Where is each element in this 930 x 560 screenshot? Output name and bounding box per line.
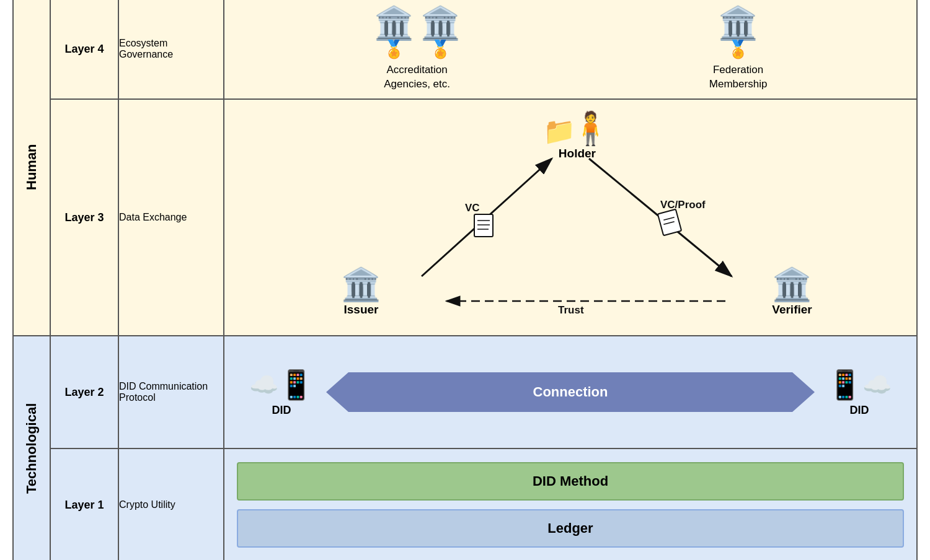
ledger-bar: Ledger bbox=[237, 509, 904, 548]
issuer-label: Issuer bbox=[344, 303, 379, 317]
layer3-content: VC VC/Proof Trust bbox=[224, 99, 917, 336]
phone-icon-right: 📱 bbox=[827, 368, 862, 401]
building-icon-3: 🏛️ bbox=[718, 7, 758, 39]
verifier-building-icon: 🏛️ bbox=[772, 268, 812, 300]
main-diagram-table: Human Layer 4 Ecosystem Governance 🏛️ 🏅 bbox=[12, 0, 918, 560]
federation-label: Federation Membership bbox=[709, 63, 768, 90]
trust-diagram: VC VC/Proof Trust bbox=[291, 112, 849, 323]
connection-arrow: Connection bbox=[314, 372, 827, 412]
layer4-content: 🏛️ 🏅 🏛️ 🏅 Accreditation Agencies, etc. 🏛… bbox=[224, 0, 917, 99]
svg-line-12 bbox=[663, 217, 674, 221]
svg-line-2 bbox=[422, 159, 552, 276]
svg-rect-11 bbox=[658, 209, 681, 236]
did-device-left: ☁️ 📱 DID bbox=[249, 368, 314, 417]
building-icon-2: 🏛️ bbox=[420, 7, 461, 39]
verifier-group: 🏛️ Verifier bbox=[772, 268, 812, 317]
medal-icon-3: 🏅 bbox=[727, 39, 749, 59]
svg-line-3 bbox=[589, 159, 732, 276]
did-device-right: 📱 ☁️ DID bbox=[827, 368, 892, 417]
layer1-label: Layer 1 bbox=[50, 448, 118, 560]
arrow-left-tip bbox=[326, 372, 348, 412]
issuer-group: 🏛️ Issuer bbox=[341, 268, 381, 317]
holder-group: 📁 🧍 Holder bbox=[543, 112, 611, 160]
verifier-label: Verifier bbox=[772, 303, 812, 317]
cloud-icon-left: ☁️ bbox=[249, 371, 278, 398]
building-medal-1: 🏛️ 🏅 bbox=[374, 7, 414, 59]
svg-rect-6 bbox=[474, 214, 493, 237]
arrow-right-tip bbox=[792, 372, 815, 412]
layer3-description: Data Exchange bbox=[118, 99, 224, 336]
tech-label: Technological bbox=[13, 336, 50, 560]
connection-label: Connection bbox=[348, 372, 792, 412]
did-label-left: DID bbox=[272, 404, 291, 417]
svg-text:Trust: Trust bbox=[558, 304, 584, 316]
building-medal-3: 🏛️ 🏅 bbox=[718, 7, 758, 59]
svg-line-13 bbox=[663, 222, 674, 225]
accreditation-label: Accreditation Agencies, etc. bbox=[384, 63, 450, 90]
cloud-icon-right: ☁️ bbox=[862, 371, 892, 398]
medal-icon-1: 🏅 bbox=[383, 39, 405, 59]
layer3-label: Layer 3 bbox=[50, 99, 118, 336]
did-method-bar: DID Method bbox=[237, 462, 904, 501]
layer2-content: ☁️ 📱 DID Connection 📱 bbox=[224, 336, 917, 448]
layer4-row: Human Layer 4 Ecosystem Governance 🏛️ 🏅 bbox=[13, 0, 917, 99]
layer1-row: Layer 1 Crypto Utility DID Method Ledger bbox=[13, 448, 917, 560]
issuer-building-icon: 🏛️ bbox=[341, 268, 381, 300]
layer4-description: Ecosystem Governance bbox=[118, 0, 224, 99]
layer2-description: DID Communication Protocol bbox=[118, 336, 224, 448]
layer3-row: Layer 3 Data Exchange bbox=[13, 99, 917, 336]
medal-icon-2: 🏅 bbox=[430, 39, 451, 59]
person-icon: 🧍 bbox=[570, 112, 611, 144]
accreditation-group: 🏛️ 🏅 🏛️ 🏅 Accreditation Agencies, etc. bbox=[374, 7, 461, 90]
phone-icon-left: 📱 bbox=[278, 368, 314, 401]
building-icon-1: 🏛️ bbox=[374, 7, 414, 39]
did-label-right: DID bbox=[850, 404, 869, 417]
holder-label: Holder bbox=[559, 147, 596, 160]
layer4-label: Layer 4 bbox=[50, 0, 118, 99]
layer1-description: Crypto Utility bbox=[118, 448, 224, 560]
layer2-row: Technological Layer 2 DID Communication … bbox=[13, 336, 917, 448]
building-medal-2: 🏛️ 🏅 bbox=[420, 7, 461, 59]
layer1-content: DID Method Ledger bbox=[224, 448, 917, 560]
svg-text:VC/Proof: VC/Proof bbox=[660, 199, 706, 211]
human-label: Human bbox=[13, 0, 50, 336]
layer2-label: Layer 2 bbox=[50, 336, 118, 448]
svg-text:VC: VC bbox=[465, 202, 480, 214]
federation-group: 🏛️ 🏅 Federation Membership bbox=[709, 7, 768, 90]
